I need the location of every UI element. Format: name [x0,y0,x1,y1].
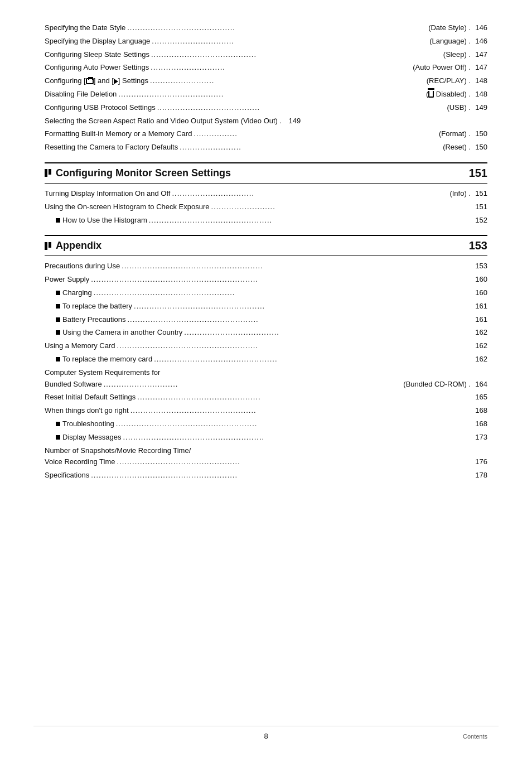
entry-suffix: ( Disabled) . [426,89,471,100]
list-item: Specifying the Display Language ........… [45,36,487,47]
dots: ........................ [180,142,441,153]
dots: ........................................… [130,405,469,417]
list-item: Using the Camera in another Country ....… [45,327,487,339]
top-entries: Specifying the Date Style ..............… [45,22,487,153]
dots: ........................................… [118,89,424,100]
page-number: 147 [471,62,487,74]
list-item: Using a Memory Card ....................… [45,340,487,352]
entry-text: Configuring Auto Power Settings [45,62,149,74]
list-item: Selecting the Screen Aspect Ratio and Vi… [45,115,487,127]
dots: ......................... [150,75,425,87]
dots: ........................................… [137,392,469,403]
multiline-entry-row2: Bundled Software .......................… [45,379,487,390]
bar1 [45,242,47,250]
entry-text: Specifying the Display Language [45,36,150,47]
list-item: When things don't go right .............… [45,405,487,417]
list-item: Specifying the Date Style ..............… [45,22,487,34]
appendix-entries: Precautions during Use .................… [45,261,487,481]
entry-suffix: (Date Style) . [428,22,471,34]
section-title: Appendix [45,240,101,252]
entry-text: Computer System Requirements for [45,367,160,379]
page-number: 153 [471,261,487,272]
page-number: 165 [471,392,487,403]
dots: ........................................… [134,301,469,312]
list-item: Disabling File Deletion ................… [45,89,487,100]
entry-text: Number of Snapshots/Movie Recording Time… [45,445,191,457]
entry-text: Configuring [] and [] Settings [45,75,148,87]
dots: ........................................… [122,261,469,272]
dots: ............................. [104,379,402,390]
multiline-entry-row2: Voice Recording Time ...................… [45,456,487,468]
page-number: 150 [471,128,487,140]
entry-text: How to Use the Histogram [62,215,147,226]
section-bar-icon [45,169,51,177]
play-icon [114,79,118,84]
list-item: Number of Snapshots/Movie Recording Time… [45,445,487,469]
entry-suffix: (Bundled CD-ROM) . [403,379,471,390]
entry-text: Display Messages [62,432,122,443]
list-item: Configuring [] and [] Settings .........… [45,75,487,87]
entry-text: Battery Precautions [62,314,125,326]
dots: ........................................… [151,49,442,61]
entry-suffix: (USB) . [447,102,471,114]
entry-text: To replace the memory card [62,354,152,365]
section-number: 153 [469,239,487,252]
section-number: 151 [469,167,487,180]
list-item: Display Messages .......................… [45,432,487,443]
entry-text: Precautions during Use [45,261,120,272]
section-title-text: Appendix [56,240,101,252]
entry-text: Charging [62,287,92,299]
page-number: 146 [471,36,487,47]
entry-suffix: (Sleep) . [443,49,471,61]
list-item: Troubleshooting ........................… [45,418,487,430]
entry-text: To replace the battery [62,301,132,312]
entry-text: Voice Recording Time [45,456,115,468]
list-item: To replace the battery .................… [45,301,487,312]
page-number: 149 [471,102,487,114]
page-number: 148 [471,89,487,100]
entry-suffix: (Info) . [449,188,471,200]
entry-text: Using the Camera in another Country [62,327,182,339]
section-title: Configuring Monitor Screen Settings [45,167,231,179]
list-item: Configuring USB Protocol Settings ......… [45,102,487,114]
page-number: 173 [471,432,487,443]
entry-text: Disabling File Deletion [45,89,117,100]
list-item: Power Supply ...........................… [45,274,487,286]
page-number: 160 [471,287,487,299]
page-number: 164 [471,379,487,390]
entry-text: Specifying the Date Style [45,22,125,34]
entry-suffix: (REC/PLAY) . [427,75,471,87]
section-bar-icon [45,242,51,250]
list-item: How to Use the Histogram ...............… [45,215,487,226]
page-number: 146 [471,22,487,34]
entry-text: Turning Display Information On and Off [45,188,170,200]
bullet-icon [56,330,60,335]
dots: ............................. [151,62,411,74]
entry-suffix: (Format) . [439,128,471,140]
page-number: 149 [284,115,301,127]
bullet-icon [56,218,60,223]
dots: ........................................… [91,274,469,286]
section-appendix-header: Appendix 153 [45,235,487,256]
dots: ........................................… [149,215,469,226]
footer: 8 Contents [0,732,532,740]
multiline-entry-row1: Number of Snapshots/Movie Recording Time… [45,445,487,457]
page-number: 162 [471,327,487,339]
bullet-icon [56,357,60,361]
dots: ........................................… [91,470,469,481]
dots: ........................................… [94,287,469,299]
entry-text: Bundled Software [45,379,102,390]
page-number: 176 [471,456,487,468]
list-item: Precautions during Use .................… [45,261,487,272]
entry-text: Configuring Sleep State Settings [45,49,149,61]
page-number: 147 [471,49,487,61]
page-number: 161 [471,314,487,326]
list-item: Resetting the Camera to Factory Defaults… [45,142,487,153]
bar1 [45,169,47,177]
dots: ................. [194,128,437,140]
dots: ......................... [211,201,469,213]
entry-suffix: (Language) . [429,36,471,47]
trash-icon [428,91,434,98]
entry-text: Power Supply [45,274,89,286]
page-number: 168 [471,418,487,430]
